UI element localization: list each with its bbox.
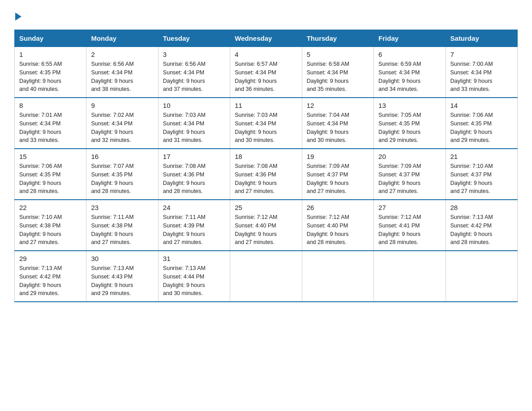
day-info: Sunrise: 7:07 AMSunset: 4:35 PMDaylight:…: [91, 162, 153, 196]
day-number: 24: [163, 204, 225, 211]
day-number: 12: [307, 102, 369, 109]
col-header-sunday: Sunday: [15, 30, 86, 47]
day-info: Sunrise: 7:03 AMSunset: 4:34 PMDaylight:…: [235, 111, 297, 145]
calendar-cell: 29Sunrise: 7:13 AMSunset: 4:42 PMDayligh…: [15, 251, 86, 302]
day-info: Sunrise: 7:11 AMSunset: 4:39 PMDaylight:…: [163, 213, 225, 247]
calendar-week-row: 22Sunrise: 7:10 AMSunset: 4:38 PMDayligh…: [15, 200, 518, 251]
day-info: Sunrise: 7:08 AMSunset: 4:36 PMDaylight:…: [235, 162, 297, 196]
logo: [14, 11, 21, 21]
day-info: Sunrise: 7:02 AMSunset: 4:34 PMDaylight:…: [91, 111, 153, 145]
day-number: 9: [91, 102, 153, 109]
day-info: Sunrise: 7:04 AMSunset: 4:34 PMDaylight:…: [307, 111, 369, 145]
day-info: Sunrise: 7:09 AMSunset: 4:37 PMDaylight:…: [307, 162, 369, 196]
calendar-cell: 16Sunrise: 7:07 AMSunset: 4:35 PMDayligh…: [86, 149, 158, 200]
day-info: Sunrise: 7:00 AMSunset: 4:34 PMDaylight:…: [450, 60, 513, 94]
day-number: 25: [235, 204, 297, 211]
day-number: 7: [450, 51, 513, 58]
day-number: 31: [163, 255, 225, 262]
logo-arrow-icon: [15, 13, 21, 21]
calendar-table: SundayMondayTuesdayWednesdayThursdayFrid…: [14, 30, 518, 302]
col-header-wednesday: Wednesday: [230, 30, 302, 47]
day-info: Sunrise: 7:13 AMSunset: 4:42 PMDaylight:…: [450, 213, 513, 247]
day-number: 15: [19, 153, 82, 160]
day-info: Sunrise: 6:58 AMSunset: 4:34 PMDaylight:…: [307, 60, 369, 94]
calendar-cell: 22Sunrise: 7:10 AMSunset: 4:38 PMDayligh…: [15, 200, 86, 251]
calendar-week-row: 1Sunrise: 6:55 AMSunset: 4:35 PMDaylight…: [15, 47, 518, 98]
day-info: Sunrise: 6:59 AMSunset: 4:34 PMDaylight:…: [378, 60, 441, 94]
col-header-tuesday: Tuesday: [158, 30, 230, 47]
day-info: Sunrise: 7:13 AMSunset: 4:44 PMDaylight:…: [163, 264, 225, 298]
day-info: Sunrise: 7:08 AMSunset: 4:36 PMDaylight:…: [163, 162, 225, 196]
calendar-week-row: 8Sunrise: 7:01 AMSunset: 4:34 PMDaylight…: [15, 98, 518, 149]
calendar-cell: 12Sunrise: 7:04 AMSunset: 4:34 PMDayligh…: [302, 98, 373, 149]
day-number: 23: [91, 204, 153, 211]
calendar-cell: 14Sunrise: 7:06 AMSunset: 4:35 PMDayligh…: [446, 98, 517, 149]
col-header-friday: Friday: [374, 30, 446, 47]
day-number: 5: [307, 51, 369, 58]
calendar-cell: 25Sunrise: 7:12 AMSunset: 4:40 PMDayligh…: [230, 200, 302, 251]
day-info: Sunrise: 7:06 AMSunset: 4:35 PMDaylight:…: [19, 162, 82, 196]
calendar-cell: 31Sunrise: 7:13 AMSunset: 4:44 PMDayligh…: [158, 251, 230, 302]
calendar-cell: 1Sunrise: 6:55 AMSunset: 4:35 PMDaylight…: [15, 47, 86, 98]
day-info: Sunrise: 7:03 AMSunset: 4:34 PMDaylight:…: [163, 111, 225, 145]
day-number: 1: [19, 51, 82, 58]
calendar-cell: 7Sunrise: 7:00 AMSunset: 4:34 PMDaylight…: [446, 47, 517, 98]
calendar-cell: 4Sunrise: 6:57 AMSunset: 4:34 PMDaylight…: [230, 47, 302, 98]
day-info: Sunrise: 6:57 AMSunset: 4:34 PMDaylight:…: [235, 60, 297, 94]
calendar-cell: 27Sunrise: 7:12 AMSunset: 4:41 PMDayligh…: [374, 200, 446, 251]
calendar-cell: 26Sunrise: 7:12 AMSunset: 4:40 PMDayligh…: [302, 200, 373, 251]
day-number: 26: [307, 204, 369, 211]
calendar-cell: 18Sunrise: 7:08 AMSunset: 4:36 PMDayligh…: [230, 149, 302, 200]
day-info: Sunrise: 7:13 AMSunset: 4:42 PMDaylight:…: [19, 264, 82, 298]
day-number: 6: [378, 51, 441, 58]
day-info: Sunrise: 7:05 AMSunset: 4:35 PMDaylight:…: [378, 111, 441, 145]
calendar-cell: 11Sunrise: 7:03 AMSunset: 4:34 PMDayligh…: [230, 98, 302, 149]
calendar-cell: [446, 251, 517, 302]
day-number: 4: [235, 51, 297, 58]
day-info: Sunrise: 7:10 AMSunset: 4:37 PMDaylight:…: [450, 162, 513, 196]
col-header-thursday: Thursday: [302, 30, 373, 47]
day-number: 10: [163, 102, 225, 109]
col-header-monday: Monday: [86, 30, 158, 47]
day-info: Sunrise: 6:56 AMSunset: 4:34 PMDaylight:…: [91, 60, 153, 94]
calendar-cell: 21Sunrise: 7:10 AMSunset: 4:37 PMDayligh…: [446, 149, 517, 200]
calendar-cell: 13Sunrise: 7:05 AMSunset: 4:35 PMDayligh…: [374, 98, 446, 149]
page-header: [14, 11, 518, 21]
day-number: 14: [450, 102, 513, 109]
day-number: 21: [450, 153, 513, 160]
calendar-cell: 15Sunrise: 7:06 AMSunset: 4:35 PMDayligh…: [15, 149, 86, 200]
calendar-cell: [374, 251, 446, 302]
day-number: 16: [91, 153, 153, 160]
day-info: Sunrise: 7:10 AMSunset: 4:38 PMDaylight:…: [19, 213, 82, 247]
day-number: 20: [378, 153, 441, 160]
calendar-cell: 3Sunrise: 6:56 AMSunset: 4:34 PMDaylight…: [158, 47, 230, 98]
day-info: Sunrise: 7:12 AMSunset: 4:40 PMDaylight:…: [235, 213, 297, 247]
day-number: 8: [19, 102, 82, 109]
day-number: 22: [19, 204, 82, 211]
day-number: 3: [163, 51, 225, 58]
day-info: Sunrise: 7:13 AMSunset: 4:43 PMDaylight:…: [91, 264, 153, 298]
calendar-cell: 10Sunrise: 7:03 AMSunset: 4:34 PMDayligh…: [158, 98, 230, 149]
calendar-week-row: 29Sunrise: 7:13 AMSunset: 4:42 PMDayligh…: [15, 251, 518, 302]
day-number: 27: [378, 204, 441, 211]
calendar-cell: 23Sunrise: 7:11 AMSunset: 4:38 PMDayligh…: [86, 200, 158, 251]
calendar-cell: [230, 251, 302, 302]
day-number: 28: [450, 204, 513, 211]
calendar-body: 1Sunrise: 6:55 AMSunset: 4:35 PMDaylight…: [15, 47, 518, 302]
day-number: 11: [235, 102, 297, 109]
day-number: 19: [307, 153, 369, 160]
day-number: 29: [19, 255, 82, 262]
day-info: Sunrise: 7:12 AMSunset: 4:41 PMDaylight:…: [378, 213, 441, 247]
day-number: 18: [235, 153, 297, 160]
calendar-cell: 17Sunrise: 7:08 AMSunset: 4:36 PMDayligh…: [158, 149, 230, 200]
calendar-cell: 19Sunrise: 7:09 AMSunset: 4:37 PMDayligh…: [302, 149, 373, 200]
day-info: Sunrise: 6:55 AMSunset: 4:35 PMDaylight:…: [19, 60, 82, 94]
calendar-week-row: 15Sunrise: 7:06 AMSunset: 4:35 PMDayligh…: [15, 149, 518, 200]
calendar-cell: 30Sunrise: 7:13 AMSunset: 4:43 PMDayligh…: [86, 251, 158, 302]
day-number: 17: [163, 153, 225, 160]
col-header-saturday: Saturday: [446, 30, 517, 47]
day-info: Sunrise: 7:12 AMSunset: 4:40 PMDaylight:…: [307, 213, 369, 247]
calendar-cell: [302, 251, 373, 302]
day-info: Sunrise: 6:56 AMSunset: 4:34 PMDaylight:…: [163, 60, 225, 94]
calendar-cell: 28Sunrise: 7:13 AMSunset: 4:42 PMDayligh…: [446, 200, 517, 251]
